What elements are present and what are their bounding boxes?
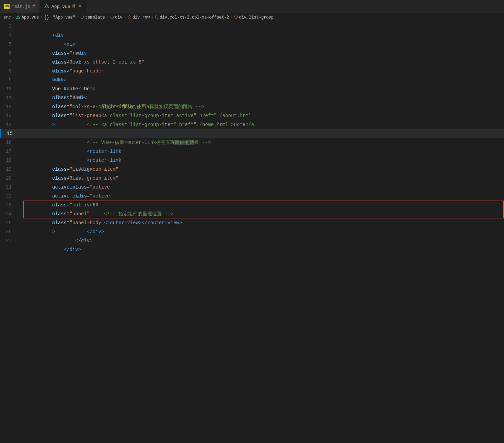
svg-marker-2 — [16, 15, 20, 19]
line-18: 18 </div> — [0, 156, 504, 165]
line-4: 4 <div class="col-xs-offset-2 col-xs-8" … — [0, 31, 504, 40]
breadcrumb-app-vue-str: "App.vue" — [50, 15, 75, 20]
code-area: 3 <div class="row" > 4 <div class="col-x… — [0, 22, 504, 245]
line-11: 11 <!-- 原始html中我们使用a标签实现页面的跳转 --> — [0, 93, 504, 102]
tab-main-js-label: main.js — [12, 4, 31, 9]
breadcrumb-template: template — [85, 15, 105, 20]
breadcrumb-div-col: div.col-xs-2.col-xs-offset-2 — [160, 15, 229, 20]
line-19: 19 </div> — [0, 165, 504, 174]
line-9: 9 <div class="col-xs-2 col-xs-offset-2" … — [0, 76, 504, 84]
line-15: 15 <!-- Vue中借助router-link标签实现路由的切换 --> — [0, 129, 504, 138]
line-27: 27 </div> — [0, 236, 504, 245]
breadcrumb-app-vue: App.vue — [22, 15, 39, 20]
line-23: 23 <!-- 指定组件的呈现位置 --> — [0, 201, 504, 209]
tab-bar: JS main.js M App.vue M × — [0, 0, 504, 13]
tab-main-js[interactable]: JS main.js M — [0, 0, 40, 13]
breadcrumb-div: div — [115, 15, 123, 20]
line-5: 5 <div class="page-header" ><h2> Vue Rou… — [0, 40, 504, 49]
breadcrumb-div-row: div.row — [133, 15, 150, 20]
editor-body[interactable]: 3 <div class="row" > 4 <div class="col-x… — [0, 22, 504, 245]
js-icon: JS — [4, 4, 10, 9]
tab-app-vue[interactable]: App.vue M × — [40, 0, 87, 13]
line-22: 22 <div class="panel-body" > — [0, 192, 504, 201]
line-3: 3 <div class="row" > — [0, 22, 504, 31]
line-13: 13 <!-- <a class="list-group-item" href=… — [0, 111, 504, 120]
line-17: 17 <router-link class="list-group-item" … — [0, 147, 504, 156]
breadcrumb-div-list: div.list-group — [239, 15, 274, 20]
tab-main-js-modified: M — [33, 4, 35, 9]
line-6: 6 </div> — [0, 49, 504, 58]
red-box-wrapper: 23 <!-- 指定组件的呈现位置 --> 24 <router-view></… — [0, 201, 504, 218]
tab-app-vue-modified: M — [72, 4, 75, 9]
line-12: 12 <!-- <a class="list-group-item active… — [0, 102, 504, 111]
line-14: 14 — [0, 120, 504, 129]
line-26: 26 </div> — [0, 227, 504, 236]
line-8: 8 <div class="row" > — [0, 67, 504, 76]
editor-container: JS main.js M App.vue M × src › App.vue › — [0, 0, 504, 245]
line-7: 7 </div> — [0, 58, 504, 67]
tab-app-vue-close[interactable]: × — [77, 4, 83, 9]
tab-app-vue-label: App.vue — [51, 4, 70, 9]
breadcrumb: src › App.vue › {} "App.vue" › ⬡ templat… — [0, 13, 504, 22]
line-20: 20 <div class="col-xs-6" > — [0, 174, 504, 183]
vue-icon — [44, 4, 49, 9]
line-10: 10 <div class="list-group" > — [0, 84, 504, 93]
line-21: 21 <div class="panel" > — [0, 183, 504, 192]
breadcrumb-src: src — [3, 15, 11, 20]
line-24: 24 <router-view></router-view> — [0, 209, 504, 218]
svg-marker-0 — [45, 4, 49, 8]
